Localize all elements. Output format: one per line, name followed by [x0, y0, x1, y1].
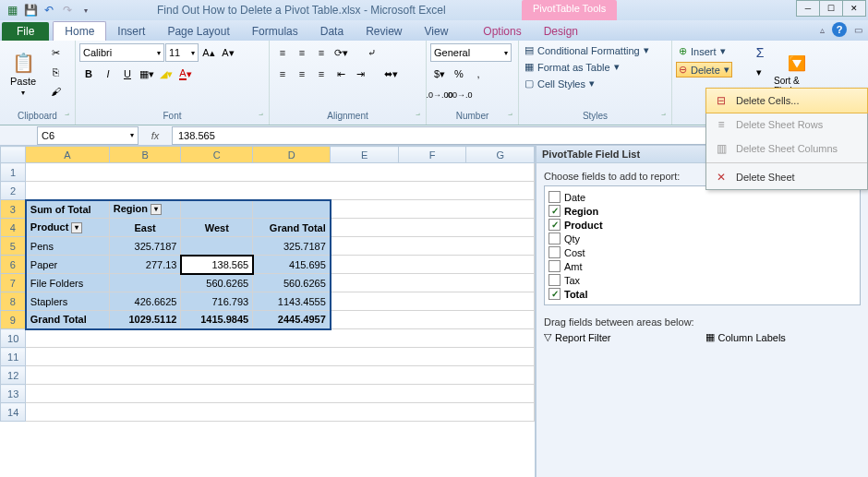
checkbox-icon[interactable]: [549, 233, 561, 244]
pivot-cell[interactable]: [181, 237, 253, 256]
field-cost[interactable]: Cost: [549, 245, 856, 259]
pivot-cell[interactable]: 1415.9845: [181, 311, 253, 329]
pivot-cell[interactable]: File Folders: [26, 274, 109, 292]
minimize-button[interactable]: ─: [796, 0, 820, 17]
tab-page-layout[interactable]: Page Layout: [156, 22, 240, 41]
orientation-icon[interactable]: ⟳▾: [332, 43, 350, 62]
delete-cells-item[interactable]: ⊟ Delete Cells...: [705, 88, 868, 113]
accounting-format-icon[interactable]: $▾: [430, 65, 449, 83]
decrease-decimal-icon[interactable]: .00→.0: [450, 86, 468, 104]
field-amt[interactable]: Amt: [549, 259, 856, 273]
field-qty[interactable]: Qty: [549, 232, 856, 245]
col-header-e[interactable]: E: [331, 147, 399, 163]
tab-formulas[interactable]: Formulas: [241, 22, 309, 41]
pivot-cell[interactable]: West: [181, 219, 253, 237]
delete-sheet-item[interactable]: ✕ Delete Sheet: [706, 165, 867, 189]
pivot-cell[interactable]: Product▾: [26, 219, 109, 237]
checkbox-icon[interactable]: ✓: [549, 219, 561, 231]
field-date[interactable]: Date: [549, 190, 856, 204]
pivot-cell[interactable]: Pens: [26, 237, 109, 256]
pivot-cell[interactable]: Grand Total: [26, 311, 109, 329]
pivot-cell[interactable]: 560.6265: [181, 274, 253, 292]
align-bottom-icon[interactable]: ≡: [312, 43, 331, 62]
row-header[interactable]: 14: [1, 403, 26, 422]
format-as-table-button[interactable]: ▦Format as Table ▾: [523, 60, 621, 74]
tab-home[interactable]: Home: [53, 21, 106, 41]
name-box[interactable]: C6▾: [37, 126, 139, 145]
minimize-ribbon-icon[interactable]: ▵: [820, 25, 825, 35]
pivot-cell[interactable]: 716.793: [181, 292, 253, 311]
tab-review[interactable]: Review: [355, 22, 413, 41]
align-top-icon[interactable]: ≡: [273, 43, 292, 62]
window-inner-controls-icon[interactable]: ▭: [854, 25, 862, 35]
increase-font-icon[interactable]: A▴: [199, 43, 218, 62]
merge-center-button[interactable]: ⬌▾: [370, 65, 411, 83]
field-product[interactable]: ✓Product: [549, 218, 856, 232]
row-header[interactable]: 8: [1, 292, 26, 311]
row-header[interactable]: 11: [1, 348, 26, 366]
pivot-cell[interactable]: 325.7187: [253, 237, 331, 256]
row-header[interactable]: 3: [1, 200, 26, 219]
autosum-icon[interactable]: Σ: [750, 43, 770, 62]
align-center-icon[interactable]: ≡: [293, 65, 311, 83]
pivot-cell[interactable]: 325.7187: [109, 237, 181, 256]
cut-icon[interactable]: ✂: [46, 43, 65, 62]
cell-styles-button[interactable]: ▢Cell Styles ▾: [523, 77, 597, 90]
checkbox-icon[interactable]: [549, 191, 561, 203]
border-button[interactable]: ▦▾: [138, 65, 156, 83]
row-header[interactable]: 5: [1, 237, 26, 256]
pivot-cell[interactable]: 560.6265: [253, 274, 331, 292]
fill-color-button[interactable]: ◢▾: [157, 65, 175, 83]
decrease-indent-icon[interactable]: ⇤: [332, 65, 350, 83]
bold-button[interactable]: B: [79, 65, 98, 83]
tab-data[interactable]: Data: [309, 22, 355, 41]
worksheet-grid[interactable]: A B C D E F G 1 2 3 Sum of Total Region▾…: [0, 146, 536, 477]
increase-indent-icon[interactable]: ⇥: [351, 65, 369, 83]
qat-more-icon[interactable]: ▾: [78, 2, 94, 18]
checkbox-icon[interactable]: ✓: [549, 288, 561, 300]
pivot-cell[interactable]: 1143.4555: [253, 292, 331, 311]
pivot-cell[interactable]: Grand Total: [253, 219, 331, 237]
row-header[interactable]: 4: [1, 219, 26, 237]
active-cell[interactable]: 138.565: [181, 256, 253, 274]
format-painter-icon[interactable]: 🖌: [46, 82, 65, 101]
col-header-g[interactable]: G: [466, 147, 535, 163]
align-right-icon[interactable]: ≡: [312, 65, 331, 83]
col-header-c[interactable]: C: [181, 147, 253, 163]
col-header-f[interactable]: F: [398, 147, 466, 163]
checkbox-icon[interactable]: [549, 260, 561, 272]
checkbox-icon[interactable]: [549, 246, 561, 258]
pivot-cell[interactable]: [109, 274, 181, 292]
tab-design[interactable]: Design: [533, 22, 589, 41]
pivot-cell[interactable]: 426.6625: [109, 292, 181, 311]
column-labels-area[interactable]: ▦Column Labels: [705, 329, 862, 345]
row-header[interactable]: 9: [1, 311, 26, 329]
row-header[interactable]: 10: [1, 329, 26, 348]
select-all-corner[interactable]: [1, 147, 26, 163]
tab-insert[interactable]: Insert: [106, 22, 156, 41]
number-format-combo[interactable]: General▾: [430, 43, 512, 62]
pivot-cell[interactable]: 415.695: [253, 256, 331, 274]
pivot-cell[interactable]: East: [109, 219, 181, 237]
field-list-box[interactable]: Date ✓Region ✓Product Qty Cost Amt Tax ✓…: [544, 185, 861, 305]
tab-options[interactable]: Options: [472, 22, 532, 41]
region-filter-icon[interactable]: ▾: [151, 204, 162, 215]
pivot-cell[interactable]: 277.13: [109, 256, 181, 274]
maximize-button[interactable]: ☐: [819, 0, 843, 17]
pivot-cell[interactable]: Paper: [26, 256, 109, 274]
redo-icon[interactable]: ↷: [59, 2, 76, 18]
excel-icon[interactable]: ▦: [4, 2, 20, 18]
align-middle-icon[interactable]: ≡: [293, 43, 311, 62]
tab-file[interactable]: File: [2, 22, 49, 41]
decrease-font-icon[interactable]: A▾: [219, 43, 237, 62]
italic-button[interactable]: I: [99, 65, 117, 83]
report-filter-area[interactable]: ▽Report Filter: [544, 329, 700, 345]
close-button[interactable]: ✕: [842, 0, 866, 17]
pivot-cell[interactable]: Sum of Total: [26, 200, 109, 219]
delete-cells-button[interactable]: ⊖Delete ▾: [676, 62, 732, 78]
help-icon[interactable]: ?: [832, 22, 847, 37]
pivot-cell[interactable]: 1029.5112: [109, 311, 181, 329]
row-header[interactable]: 13: [1, 385, 26, 403]
row-header[interactable]: 12: [1, 366, 26, 385]
field-total[interactable]: ✓Total: [549, 287, 856, 301]
